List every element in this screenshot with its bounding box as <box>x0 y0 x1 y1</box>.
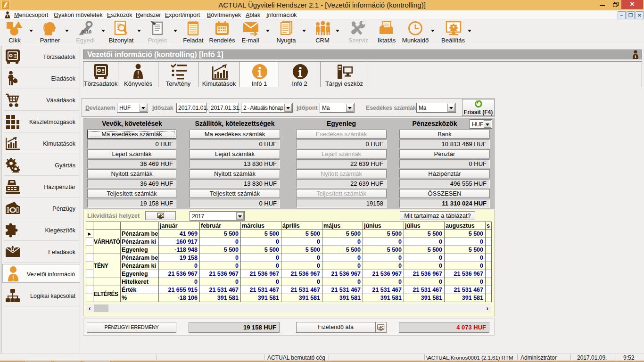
svg-text:0110: 0110 <box>81 29 91 35</box>
